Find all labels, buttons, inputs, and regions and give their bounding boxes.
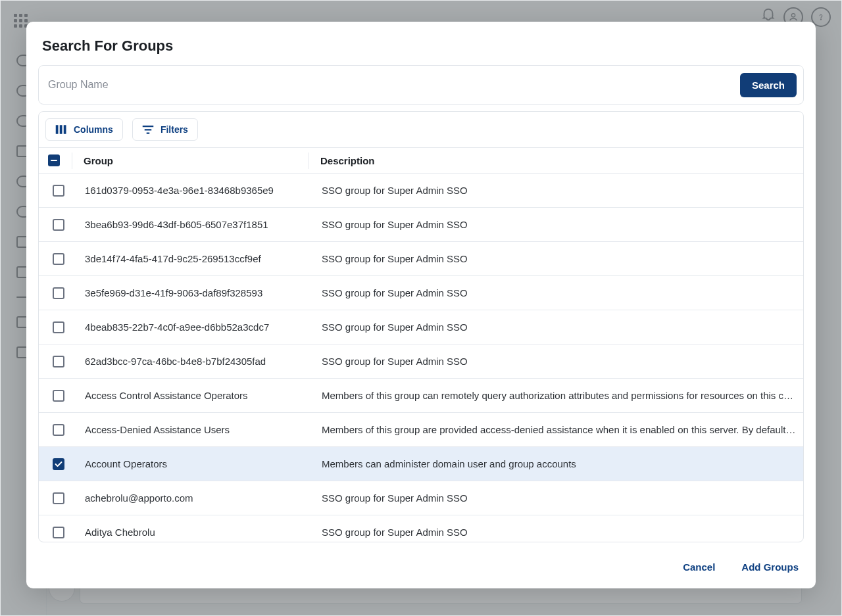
modal-header: Search For Groups <box>26 22 816 60</box>
checkbox-icon <box>53 390 64 402</box>
filter-icon <box>142 125 154 134</box>
cell-description: SSO group for Super Admin SSO <box>315 253 803 264</box>
table-row[interactable]: 3de14f74-4fa5-417d-9c25-269513ccf9efSSO … <box>39 242 803 276</box>
checkbox-icon <box>53 424 64 436</box>
group-name-input[interactable] <box>45 72 732 97</box>
svg-rect-7 <box>147 133 150 134</box>
checkbox-icon <box>53 185 64 197</box>
row-checkbox[interactable] <box>39 527 78 538</box>
checkbox-icon <box>53 527 64 538</box>
row-checkbox[interactable] <box>39 356 78 367</box>
cell-group: 3e5fe969-d31e-41f9-9063-daf89f328593 <box>78 287 315 298</box>
select-all-checkbox[interactable] <box>39 154 78 166</box>
cell-description: SSO group for Super Admin SSO <box>315 527 803 538</box>
cell-group: Access Control Assistance Operators <box>78 390 315 401</box>
checkbox-icon <box>53 287 64 299</box>
modal-overlay: Search For Groups Search <box>1 1 841 615</box>
svg-rect-3 <box>60 125 62 134</box>
cell-group: Aditya Chebrolu <box>78 527 315 538</box>
row-checkbox[interactable] <box>39 287 78 299</box>
cell-group: Account Operators <box>78 458 315 469</box>
checkbox-icon <box>53 458 64 470</box>
checkbox-icon <box>53 219 64 231</box>
cell-group: achebrolu@apporto.com <box>78 492 315 504</box>
svg-rect-5 <box>143 126 154 127</box>
svg-rect-6 <box>145 129 152 130</box>
cell-group: 62ad3bcc-97ca-46bc-b4e8-b7bf24305fad <box>78 356 315 367</box>
table-row[interactable]: Access-Denied Assistance UsersMembers of… <box>39 413 803 447</box>
column-header-group[interactable]: Group <box>78 155 315 166</box>
modal-footer: Cancel Add Groups <box>26 548 816 588</box>
row-checkbox[interactable] <box>39 219 78 231</box>
indeterminate-icon <box>48 154 60 166</box>
table-row[interactable]: 3e5fe969-d31e-41f9-9063-daf89f328593SSO … <box>39 276 803 310</box>
cell-description: SSO group for Super Admin SSO <box>315 185 803 196</box>
cell-description: SSO group for Super Admin SSO <box>315 492 803 504</box>
cell-group: 3bea6b93-99d6-43df-b605-6507e37f1851 <box>78 219 315 230</box>
checkbox-icon <box>53 492 64 504</box>
cell-description: SSO group for Super Admin SSO <box>315 287 803 298</box>
row-checkbox[interactable] <box>39 253 78 265</box>
svg-rect-4 <box>64 125 66 134</box>
row-checkbox[interactable] <box>39 492 78 504</box>
groups-table: Columns Filters <box>38 111 804 542</box>
search-card: Search <box>38 65 804 105</box>
row-checkbox[interactable] <box>39 458 78 470</box>
checkbox-icon <box>53 321 64 333</box>
row-checkbox[interactable] <box>39 424 78 436</box>
table-row[interactable]: 4beab835-22b7-4c0f-a9ee-d6bb52a3cdc7SSO … <box>39 310 803 344</box>
table-row[interactable]: Aditya ChebroluSSO group for Super Admin… <box>39 515 803 542</box>
table-body: 161d0379-0953-4e3a-96e1-83468b9365e9SSO … <box>39 174 803 542</box>
search-groups-modal: Search For Groups Search <box>26 22 816 588</box>
cell-description: SSO group for Super Admin SSO <box>315 219 803 230</box>
table-toolbar: Columns Filters <box>39 112 803 147</box>
cell-group: 161d0379-0953-4e3a-96e1-83468b9365e9 <box>78 185 315 196</box>
filters-button[interactable]: Filters <box>132 118 198 141</box>
app-shell: Search For Groups Search <box>0 0 842 616</box>
table-row[interactable]: Access Control Assistance OperatorsMembe… <box>39 379 803 413</box>
cell-description: SSO group for Super Admin SSO <box>315 356 803 367</box>
search-button[interactable]: Search <box>740 73 797 97</box>
cell-group: Access-Denied Assistance Users <box>78 424 315 435</box>
row-checkbox[interactable] <box>39 321 78 333</box>
modal-title: Search For Groups <box>42 37 800 55</box>
checkbox-icon <box>53 356 64 367</box>
table-header-row: Group Description <box>39 147 803 174</box>
cancel-button[interactable]: Cancel <box>679 557 719 577</box>
cell-description: Members of this group are provided acces… <box>315 424 803 435</box>
table-row[interactable]: 3bea6b93-99d6-43df-b605-6507e37f1851SSO … <box>39 208 803 242</box>
filters-button-label: Filters <box>161 124 188 135</box>
cell-description: Members of this group can remotely query… <box>315 390 803 401</box>
checkbox-icon <box>53 253 64 265</box>
cell-description: Members can administer domain user and g… <box>315 458 803 469</box>
table-row[interactable]: 62ad3bcc-97ca-46bc-b4e8-b7bf24305fadSSO … <box>39 344 803 379</box>
row-checkbox[interactable] <box>39 390 78 402</box>
table-row[interactable]: achebrolu@apporto.comSSO group for Super… <box>39 481 803 515</box>
table-row[interactable]: 161d0379-0953-4e3a-96e1-83468b9365e9SSO … <box>39 174 803 208</box>
row-checkbox[interactable] <box>39 185 78 197</box>
add-groups-button[interactable]: Add Groups <box>737 557 803 577</box>
modal-body: Search Columns <box>26 60 816 548</box>
columns-button-label: Columns <box>74 124 113 135</box>
cell-description: SSO group for Super Admin SSO <box>315 321 803 333</box>
columns-icon <box>55 124 67 135</box>
cell-group: 3de14f74-4fa5-417d-9c25-269513ccf9ef <box>78 253 315 264</box>
table-row[interactable]: Account OperatorsMembers can administer … <box>39 447 803 481</box>
column-header-description[interactable]: Description <box>315 155 803 166</box>
columns-button[interactable]: Columns <box>45 118 123 141</box>
cell-group: 4beab835-22b7-4c0f-a9ee-d6bb52a3cdc7 <box>78 321 315 333</box>
svg-rect-2 <box>56 125 59 134</box>
